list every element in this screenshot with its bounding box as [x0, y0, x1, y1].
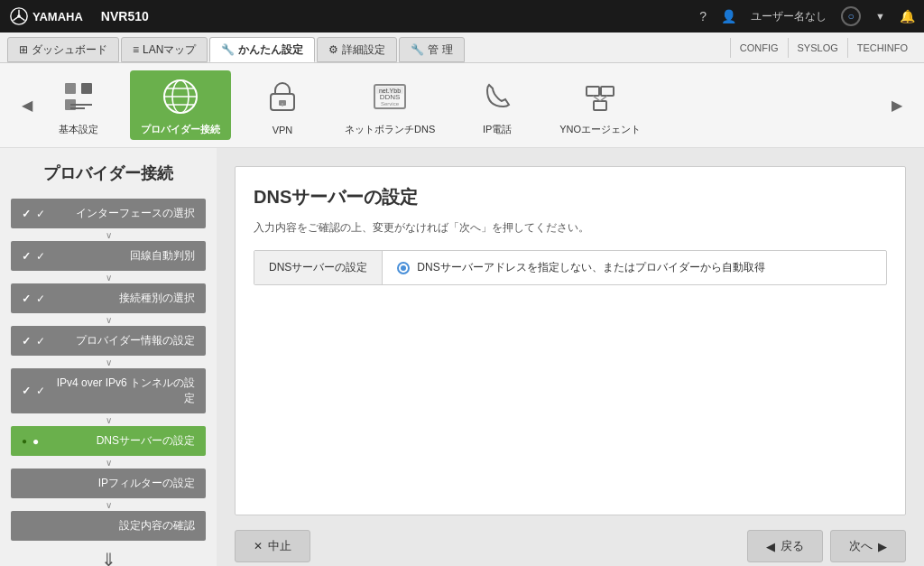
arrow-3: ∨: [11, 315, 206, 325]
tab-lanmap-label: LANマップ: [143, 42, 196, 58]
sidebar-item-connection-type-label: 接続種別の選択: [51, 291, 195, 306]
header-right: ? 👤 ユーザー名なし ○ ▼ 🔔: [699, 6, 915, 26]
vpn-label: VPN: [273, 125, 293, 135]
dns-setting-row: DNSサーバーの設定 DNSサーバーアドレスを指定しない、またはプロバイダーから…: [254, 250, 887, 285]
user-name: ユーザー名なし: [751, 9, 827, 24]
arrow-2: ∨: [11, 273, 206, 283]
tab-dashboard[interactable]: ⊞ ダッシュボード: [7, 37, 119, 62]
sidebar-item-interface[interactable]: ✓ インターフェースの選択: [11, 199, 206, 228]
header-links: CONFIG SYSLOG TECHINFO: [730, 38, 917, 58]
gear-icon: ⚙: [328, 43, 338, 56]
stop-button[interactable]: ✕ 中止: [235, 530, 310, 562]
yamaha-logo: YAMAHA: [9, 6, 83, 26]
arrow-5: ∨: [11, 415, 206, 425]
icon-nav-next[interactable]: ▶: [888, 79, 906, 133]
dashboard-icon: ⊞: [19, 43, 28, 56]
content-box: DNSサーバーの設定 入力内容をご確認の上、変更がなければ「次へ」を押してくださ…: [235, 166, 906, 515]
sidebar-item-ipv4-tunnel[interactable]: ✓ IPv4 over IPv6 トンネルの設定: [11, 368, 206, 413]
arrow-1: ∨: [11, 230, 206, 240]
icon-nav-dns[interactable]: DDNS Service net.Ybb ネットボランチDNS: [334, 70, 446, 140]
check-icon-2: ✓: [36, 250, 45, 263]
help-icon[interactable]: ?: [699, 9, 707, 23]
dns-service-icon: DDNS Service net.Ybb: [367, 74, 412, 119]
dns-setting-option[interactable]: DNSサーバーアドレスを指定しない、またはプロバイダーから自動取得: [383, 251, 779, 284]
dropdown-icon[interactable]: ▼: [875, 11, 885, 22]
icon-nav-provider[interactable]: プロバイダー接続: [130, 70, 231, 140]
sidebar-item-dns-label: DNSサーバーの設定: [44, 433, 195, 449]
svg-rect-4: [81, 83, 92, 94]
tab-dashboard-label: ダッシュボード: [32, 42, 107, 58]
action-bar: ✕ 中止 ◀ 戻る 次へ ▶: [235, 530, 906, 562]
sidebar-item-provider-info-label: プロバイダー情報の設定: [51, 333, 195, 348]
dns-service-label: ネットボランチDNS: [345, 123, 435, 136]
svg-text:Service: Service: [381, 101, 400, 107]
svg-text:net.Ybb: net.Ybb: [379, 88, 401, 94]
tab-easy-settings-label: かんたん設定: [238, 42, 303, 58]
icon-nav-vpn[interactable]: VPN: [249, 72, 316, 139]
check-icon-5: ✓: [36, 385, 45, 397]
yno-label: YNOエージェント: [559, 123, 641, 136]
svg-text:DDNS: DDNS: [380, 93, 401, 101]
phone-icon: [475, 74, 520, 119]
next-button[interactable]: 次へ ▶: [830, 530, 906, 562]
tab-admin[interactable]: 🔧 管 理: [399, 37, 464, 62]
sidebar-item-provider-info[interactable]: ✓ プロバイダー情報の設定: [11, 326, 206, 356]
svg-rect-20: [587, 87, 599, 96]
arrow-7: ∨: [11, 500, 206, 510]
admin-icon: 🔧: [411, 43, 424, 56]
sidebar-item-line[interactable]: ✓ 回線自動判別: [11, 241, 206, 271]
header: YAMAHA NVR510 ? 👤 ユーザー名なし ○ ▼ 🔔: [0, 0, 924, 32]
user-circle-icon: ○: [847, 10, 854, 23]
sidebar-item-confirm[interactable]: 設定内容の確認: [11, 511, 206, 541]
sidebar-item-ip-filter-label: IPフィルターの設定: [22, 476, 195, 491]
syslog-link[interactable]: SYSLOG: [788, 38, 847, 58]
user-circle[interactable]: ○: [841, 6, 861, 26]
icon-nav-phone[interactable]: IP電話: [464, 70, 531, 140]
radio-button[interactable]: [397, 262, 410, 274]
tab-detail-settings[interactable]: ⚙ 詳細設定: [317, 37, 397, 62]
config-link[interactable]: CONFIG: [730, 38, 788, 58]
footer-arrow-icon: ⇓: [101, 549, 116, 566]
nav-tabs: ⊞ ダッシュボード ≡ LANマップ 🔧 かんたん設定 ⚙ 詳細設定 🔧 管 理: [7, 32, 465, 62]
user-icon: 👤: [721, 9, 736, 23]
sidebar-item-dns[interactable]: ● DNSサーバーの設定: [11, 426, 206, 456]
basic-settings-icon: [56, 74, 101, 119]
icon-nav-yno[interactable]: YNOエージェント: [549, 70, 651, 140]
stop-label: 中止: [268, 538, 291, 554]
icon-nav-basic[interactable]: 基本設定: [45, 70, 112, 140]
sidebar-item-connection-type[interactable]: ✓ 接続種別の選択: [11, 283, 206, 313]
basic-settings-label: 基本設定: [59, 123, 98, 136]
wrench-small-icon: 🔧: [221, 43, 235, 56]
notification-icon[interactable]: 🔔: [900, 9, 915, 23]
techinfo-link[interactable]: TECHINFO: [847, 38, 917, 58]
yno-icon: [578, 74, 623, 119]
tab-lanmap[interactable]: ≡ LANマップ: [121, 37, 208, 62]
stop-icon: ✕: [254, 540, 263, 552]
tab-admin-label: 管 理: [428, 42, 452, 58]
arrow-4: ∨: [11, 357, 206, 367]
tab-easy-settings[interactable]: 🔧 かんたん設定: [209, 37, 315, 62]
btn-right: ◀ 戻る 次へ ▶: [747, 530, 906, 562]
icon-nav-prev[interactable]: ◀: [18, 79, 36, 133]
sidebar-item-ip-filter[interactable]: IPフィルターの設定: [11, 469, 206, 498]
radio-inner: [401, 265, 406, 271]
phone-label: IP電話: [483, 123, 512, 136]
svg-rect-21: [601, 87, 614, 96]
sidebar-footer: ⇓ 設定完了: [11, 549, 206, 566]
content-title: DNSサーバーの設定: [254, 185, 887, 209]
check-icon-3: ✓: [36, 292, 45, 305]
dns-option-text: DNSサーバーアドレスを指定しない、またはプロバイダーから自動取得: [417, 260, 764, 275]
nav-bar: ⊞ ダッシュボード ≡ LANマップ 🔧 かんたん設定 ⚙ 詳細設定 🔧 管 理…: [0, 32, 924, 63]
back-button[interactable]: ◀ 戻る: [747, 530, 823, 562]
sidebar-item-ipv4-tunnel-label: IPv4 over IPv6 トンネルの設定: [51, 376, 195, 406]
active-dot-icon: ●: [32, 435, 39, 448]
check-icon-4: ✓: [36, 335, 45, 348]
vpn-icon: [260, 76, 305, 121]
sidebar-item-interface-label: インターフェースの選択: [51, 206, 195, 221]
device-name: NVR510: [101, 9, 149, 23]
header-left: YAMAHA NVR510: [9, 6, 149, 26]
lanmap-icon: ≡: [133, 43, 139, 56]
svg-rect-2: [65, 83, 76, 94]
icon-nav-items: 基本設定 プロバイダー接続: [36, 70, 888, 140]
icon-nav: ◀ 基本設定: [0, 63, 924, 148]
